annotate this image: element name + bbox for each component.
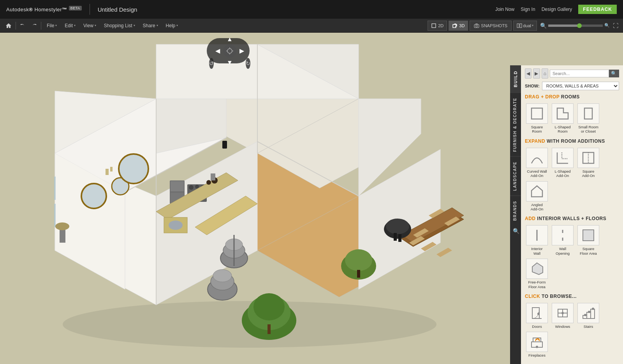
fullscreen-button[interactable]: ⛶ — [611, 22, 620, 30]
join-now-link[interactable]: Join Now — [495, 7, 514, 12]
zoom-slider[interactable] — [548, 24, 603, 27]
autodesk-logo: Autodesk® Homestyler™ BETA — [6, 6, 82, 12]
svg-rect-39 — [171, 181, 184, 191]
sign-in-link[interactable]: Sign In — [521, 7, 535, 12]
show-dropdown[interactable]: ROOMS, WALLS & AREAS — [542, 82, 619, 90]
l-add-item[interactable]: L-ShapedAdd-On — [551, 147, 575, 179]
nav-right-button[interactable]: ▶ — [238, 46, 246, 56]
svg-point-50 — [169, 220, 183, 230]
svg-rect-65 — [357, 270, 360, 278]
l-add-icon — [552, 148, 574, 168]
nav-forward-button[interactable]: ▶ — [533, 68, 540, 79]
svg-point-47 — [206, 180, 211, 185]
home-menu-button[interactable] — [3, 21, 14, 30]
doors-icon — [526, 303, 548, 323]
separator — [16, 22, 16, 30]
crosshair-icon — [226, 47, 233, 54]
angled-add-item[interactable]: AngledAdd-On — [525, 180, 549, 212]
feedback-button[interactable]: FEEDBACK — [578, 5, 617, 14]
svg-rect-76 — [394, 233, 397, 241]
landscape-tab[interactable]: Landscape — [510, 156, 521, 196]
shopping-list-menu[interactable]: Shopping List▾ — [100, 19, 139, 33]
share-menu[interactable]: Share▾ — [139, 19, 162, 33]
side-tab-strip: BUILD Furnish & Decorate Landscape Brand… — [510, 65, 521, 364]
rotate-right-button[interactable]: ↻ — [246, 58, 250, 69]
square-floor-item[interactable]: SquareFloor Area — [576, 224, 600, 256]
separator2 — [41, 22, 41, 30]
zoom-out-icon[interactable]: 🔍 — [540, 23, 547, 29]
dual-button[interactable]: dual ▾ — [513, 21, 537, 31]
panel-search-button[interactable]: 🔍 — [609, 70, 619, 77]
main-area: ↺ ▲ ◀ — [0, 33, 623, 364]
nav-left-button[interactable]: ◀ — [214, 46, 222, 56]
windows-item[interactable]: Windows — [551, 302, 575, 329]
curved-wall-item[interactable]: Curved WallAdd-On — [525, 147, 549, 179]
nav-center-button[interactable] — [223, 44, 236, 58]
zoom-thumb[interactable] — [577, 23, 582, 28]
svg-rect-85 — [584, 108, 592, 119]
square-room-item[interactable]: SquareRoom — [525, 103, 549, 135]
zoom-fill — [548, 24, 578, 27]
curved-wall-icon — [526, 148, 548, 168]
svg-rect-4 — [517, 24, 519, 28]
nav-up-button[interactable]: ▲ — [225, 34, 234, 44]
wall-opening-item[interactable]: WallOpening — [551, 224, 575, 256]
rotate-left-button[interactable]: ↺ — [209, 58, 214, 69]
windows-label: Windows — [555, 324, 570, 329]
view-menu[interactable]: View▾ — [79, 19, 100, 33]
stairs-label: Stairs — [584, 324, 593, 329]
wall-opening-icon — [552, 225, 574, 245]
camera-icon — [474, 23, 479, 28]
view-3d-button[interactable]: 3D — [449, 21, 468, 31]
floor-plan-scene[interactable] — [0, 33, 499, 364]
snapshots-button[interactable]: SNAPSHOTS — [470, 21, 512, 31]
panel-search-icon-button[interactable]: 🔍 — [510, 226, 521, 236]
interior-walls-grid: InteriorWall WallOpening — [525, 224, 619, 290]
square-add-icon — [577, 148, 599, 168]
doors-label: Doors — [532, 324, 542, 329]
view-2d-button[interactable]: 2D — [428, 21, 447, 31]
svg-point-106 — [592, 308, 594, 310]
edit-menu[interactable]: Edit▾ — [61, 19, 79, 33]
svg-rect-34 — [54, 204, 56, 227]
square-floor-icon — [577, 225, 599, 245]
square-room-icon — [526, 103, 548, 124]
zoom-in-icon[interactable]: 🔍 — [604, 23, 610, 28]
nav-down-button[interactable]: ▼ — [225, 58, 234, 68]
fireplaces-item[interactable]: Fireplaces — [525, 331, 549, 358]
svg-rect-103 — [591, 309, 595, 318]
stairs-item[interactable]: Stairs — [576, 302, 600, 329]
nav-home-button[interactable]: ⌂ — [542, 68, 548, 79]
doors-item[interactable]: Doors — [525, 302, 549, 329]
home-icon — [5, 23, 12, 29]
furnish-tab[interactable]: Furnish & Decorate — [510, 93, 521, 157]
svg-point-6 — [227, 49, 232, 53]
l-room-item[interactable]: L-ShapedRoom — [551, 103, 575, 135]
freeform-floor-item[interactable]: Free-FormFloor Area — [525, 258, 549, 290]
square-floor-label: SquareFloor Area — [580, 247, 597, 256]
small-room-item[interactable]: Small Roomor Closet — [576, 103, 600, 135]
svg-rect-62 — [268, 324, 271, 334]
panel-search-input[interactable] — [550, 70, 609, 77]
freeform-floor-icon — [526, 259, 548, 279]
drag-rooms-grid: SquareRoom L-ShapedRoom — [525, 103, 619, 135]
freeform-floor-label: Free-FormFloor Area — [528, 280, 546, 289]
svg-rect-1 — [453, 24, 456, 28]
help-menu[interactable]: Help▾ — [162, 19, 182, 33]
redo-button[interactable] — [28, 21, 39, 30]
undo-button[interactable] — [18, 21, 28, 30]
file-menu[interactable]: File▾ — [43, 19, 61, 33]
svg-point-42 — [189, 185, 194, 190]
panel-navigation: ◀ ▶ ⌂ 🔍 — [525, 68, 619, 79]
svg-rect-102 — [587, 312, 591, 318]
fireplaces-icon — [526, 332, 548, 352]
canvas-area[interactable]: ↺ ▲ ◀ — [0, 33, 499, 364]
design-gallery-link[interactable]: Design Gallery — [542, 7, 572, 12]
brands-tab[interactable]: Brands — [510, 196, 521, 226]
interior-wall-item[interactable]: InteriorWall — [525, 224, 549, 256]
square-add-item[interactable]: SquareAdd-On — [576, 147, 600, 179]
build-tab[interactable]: BUILD — [510, 65, 521, 93]
nav-back-button[interactable]: ◀ — [525, 68, 531, 79]
svg-rect-48 — [211, 173, 215, 180]
interior-walls-header: ADD INTERIOR WALLS + FLOORS — [525, 216, 619, 221]
